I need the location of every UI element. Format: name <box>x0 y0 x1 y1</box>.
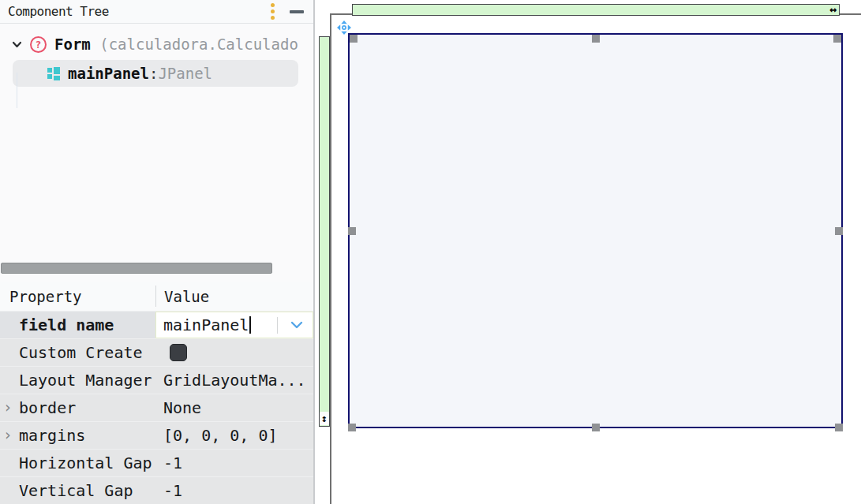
property-value: GridLayoutMa... <box>155 367 313 394</box>
property-value: [0, 0, 0, 0] <box>155 422 313 449</box>
minimize-icon[interactable] <box>290 10 304 13</box>
resize-handle-middle-left[interactable] <box>348 227 356 235</box>
property-label: Vertical Gap <box>0 477 155 504</box>
gui-designer-window: Component Tree ? Form (calculadora.Calcu… <box>0 0 861 504</box>
column-header-property: Property <box>0 288 155 305</box>
property-row-margins[interactable]: margins › [0, 0, 0, 0] <box>0 421 313 449</box>
column-header-value: Value <box>155 286 313 307</box>
resize-handle-bottom-left[interactable] <box>348 424 356 431</box>
property-row-field-name[interactable]: field name mainPanel <box>0 311 313 338</box>
property-row-vertical-gap[interactable]: Vertical Gap -1 <box>0 476 313 504</box>
panel-title: Component Tree <box>8 4 109 19</box>
jpanel-icon <box>47 67 61 80</box>
expand-arrow-icon[interactable]: › <box>3 400 12 415</box>
horizontal-scrollbar <box>0 261 313 275</box>
property-row-horizontal-gap[interactable]: Horizontal Gap -1 <box>0 449 313 476</box>
vertical-spacer[interactable]: ↕ <box>319 36 330 427</box>
property-row-layout-manager[interactable]: Layout Manager GridLayoutMa... <box>0 366 313 394</box>
form-help-icon: ? <box>30 36 47 53</box>
property-label: margins <box>0 422 155 449</box>
property-value: -1 <box>155 477 313 504</box>
mainpanel-node-name: mainPanel <box>68 65 149 82</box>
chevron-down-icon[interactable] <box>11 39 23 50</box>
property-label: field name <box>0 312 155 338</box>
resize-handle-middle-right[interactable] <box>835 227 843 235</box>
form-node-class: (calculadora.Calculado <box>99 35 298 53</box>
resize-handle-top-middle[interactable] <box>592 35 600 43</box>
tree-node-form[interactable]: ? Form (calculadora.Calculado <box>0 32 313 57</box>
field-name-editor[interactable]: mainPanel <box>155 312 313 338</box>
field-name-value: mainPanel <box>163 315 249 334</box>
property-value: -1 <box>155 450 313 476</box>
horizontal-resize-icon: ↔ <box>829 4 837 16</box>
tree-indent-guide <box>17 73 17 108</box>
kebab-menu-icon[interactable] <box>267 1 279 22</box>
editor-divider <box>277 317 278 334</box>
resize-handle-bottom-right[interactable] <box>835 424 843 431</box>
scrollbar-thumb[interactable] <box>1 263 272 274</box>
vertical-resize-icon: ↕ <box>320 412 329 425</box>
design-canvas[interactable]: ↔ ↕ <box>315 0 861 504</box>
resize-handle-bottom-middle[interactable] <box>592 424 600 431</box>
property-row-custom-create[interactable]: Custom Create <box>0 338 313 366</box>
property-label: Layout Manager <box>0 367 155 394</box>
mainpanel-node-type: JPanel <box>158 65 212 82</box>
property-value: None <box>155 394 313 421</box>
text-caret <box>249 316 251 334</box>
form-node-label: Form <box>54 35 91 53</box>
selected-mainpanel-component[interactable] <box>348 33 843 428</box>
horizontal-spacer[interactable]: ↔ <box>352 4 840 16</box>
resize-handle-top-right[interactable] <box>833 35 841 43</box>
component-tree: ? Form (calculadora.Calculado mainPanel … <box>0 24 313 87</box>
property-label: border <box>0 394 155 421</box>
tree-node-mainpanel[interactable]: mainPanel : JPanel <box>13 60 298 87</box>
node-separator: : <box>149 65 158 82</box>
property-label: Horizontal Gap <box>0 450 155 476</box>
property-row-border[interactable]: border › None <box>0 394 313 421</box>
component-tree-header: Component Tree <box>0 0 313 24</box>
custom-create-checkbox[interactable] <box>170 344 187 361</box>
expand-arrow-icon[interactable]: › <box>3 427 12 442</box>
property-table-header: Property Value <box>0 282 313 311</box>
property-inspector: Property Value field name mainPanel Cust… <box>0 282 313 504</box>
component-tree-panel: Component Tree ? Form (calculadora.Calcu… <box>0 0 315 504</box>
dropdown-chevron-icon[interactable] <box>290 321 303 329</box>
move-handle-icon[interactable] <box>337 21 351 38</box>
property-label: Custom Create <box>0 339 155 366</box>
